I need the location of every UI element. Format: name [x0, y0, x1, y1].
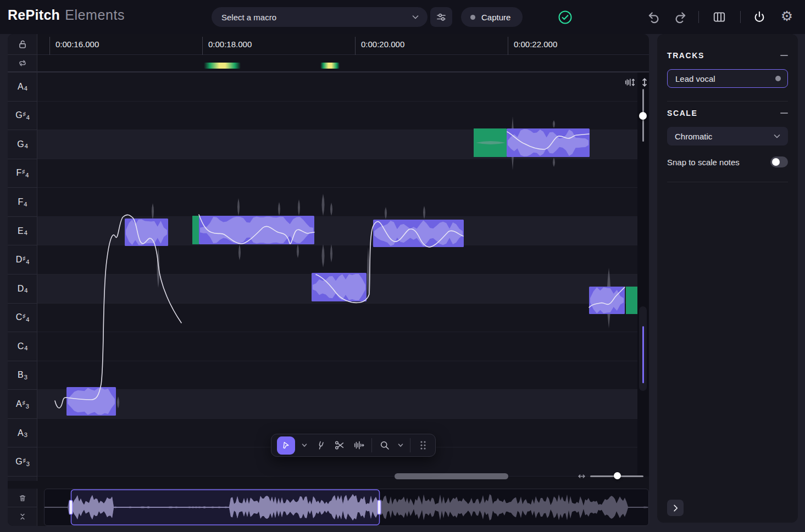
- gear-icon: ⚙: [781, 9, 793, 23]
- macro-settings-button[interactable]: [430, 7, 452, 27]
- grid-row-D4: [37, 275, 637, 304]
- scale-select-value: Chromatic: [675, 132, 773, 141]
- track-status-dot: [775, 76, 781, 81]
- collapse-vertical-icon: [17, 511, 28, 522]
- grid-row-Gs4: [37, 102, 637, 131]
- capture-dot-icon: [470, 15, 475, 20]
- collapse-scale-icon[interactable]: [780, 113, 788, 114]
- magnifier-icon: [379, 440, 391, 451]
- brand-name: RePitch: [8, 7, 60, 23]
- toolbar-divider: [698, 11, 699, 23]
- up-down-arrows-icon: [639, 76, 651, 88]
- pitch-tool-button[interactable]: [314, 439, 327, 452]
- snap-to-scale-label: Snap to scale notes: [667, 158, 740, 167]
- overview-selection[interactable]: [71, 490, 380, 525]
- app-logo: RePitchElements: [8, 7, 125, 23]
- scale-select[interactable]: Chromatic: [667, 127, 788, 145]
- undo-button[interactable]: [646, 9, 662, 25]
- waveform-arrow-icon: [353, 439, 365, 451]
- note-grid[interactable]: [37, 72, 637, 477]
- warp-tool-button[interactable]: [352, 439, 365, 452]
- note-label-D4[interactable]: D4: [8, 275, 37, 304]
- pitch-gutter: A4G♯4G4F♯4F4E4D♯4D4C♯4C4B3A♯3A3G♯3: [8, 34, 37, 481]
- track-item-lead-vocal[interactable]: Lead vocal: [667, 69, 788, 88]
- ruler-tick: [202, 37, 203, 55]
- collapse-tracks-icon[interactable]: [780, 55, 788, 56]
- note-label-A4[interactable]: A4: [8, 72, 37, 102]
- note-label-E4[interactable]: E4: [8, 217, 37, 246]
- expand-panel-button[interactable]: [667, 500, 684, 516]
- layout-columns-button[interactable]: [712, 9, 727, 25]
- chevron-down-icon: [773, 132, 781, 141]
- gutter-bottom-tools: [8, 489, 37, 526]
- note-label-G4[interactable]: G4: [8, 130, 37, 159]
- note-label-B3[interactable]: B3: [8, 361, 37, 390]
- vertical-zoom-slider-knob[interactable]: [639, 112, 647, 120]
- toolbar-drag-handle[interactable]: [417, 439, 430, 452]
- loop-button[interactable]: [8, 55, 37, 72]
- tracks-section-title: TRACKS: [667, 51, 704, 60]
- ruler-tick: [355, 37, 356, 55]
- horizontal-zoom-button[interactable]: [577, 472, 586, 481]
- vertical-scrollbar-thumb[interactable]: [642, 326, 644, 383]
- lock-button[interactable]: [8, 34, 37, 55]
- selection-handle-right[interactable]: [377, 500, 381, 514]
- grid-row-As3: [37, 390, 637, 419]
- grid-row-A4: [37, 72, 637, 102]
- waveform-scale-button[interactable]: [623, 76, 636, 89]
- note-label-Fs4[interactable]: F♯4: [8, 159, 37, 188]
- cut-tool-button[interactable]: [333, 439, 346, 452]
- toolbar-divider: [740, 11, 741, 23]
- selection-handle-left[interactable]: [69, 500, 73, 514]
- macro-select[interactable]: Select a macro: [212, 7, 428, 27]
- zoom-tool-chevron[interactable]: [397, 442, 404, 449]
- redo-button[interactable]: [673, 9, 688, 25]
- loudness-segment: [320, 63, 340, 69]
- vertical-zoom-button[interactable]: [638, 76, 651, 89]
- zoom-tool-button[interactable]: [378, 439, 391, 452]
- grid-row-G4: [37, 130, 637, 159]
- left-right-arrows-icon: [577, 472, 586, 481]
- capture-label: Capture: [481, 13, 510, 22]
- collapse-button[interactable]: [8, 507, 37, 526]
- power-button[interactable]: [752, 9, 767, 25]
- note-label-As3[interactable]: A♯3: [8, 390, 37, 419]
- sidebar-divider: [667, 101, 788, 102]
- power-icon: [752, 10, 767, 24]
- delete-button[interactable]: [8, 489, 37, 507]
- ruler-timestamp: 0:00:16.000: [55, 40, 99, 49]
- redo-icon: [673, 10, 687, 24]
- note-label-Ds4[interactable]: D♯4: [8, 245, 37, 275]
- check-circle-icon: [558, 10, 573, 25]
- scissors-icon: [334, 439, 346, 451]
- toolbar-divider: [410, 438, 410, 452]
- audio-overview[interactable]: [44, 489, 649, 526]
- waveform-vertical-icon: [624, 76, 636, 88]
- ruler-timestamp: 0:00:20.000: [361, 40, 404, 49]
- right-sidebar: TRACKS Lead vocal SCALE Chromatic Snap t…: [657, 34, 798, 523]
- note-label-Gs4[interactable]: G♯4: [8, 102, 37, 131]
- note-label-C4[interactable]: C4: [8, 332, 37, 361]
- loudness-segment: [204, 63, 241, 69]
- settings-button[interactable]: ⚙: [779, 8, 795, 24]
- select-tool-button[interactable]: [277, 436, 295, 455]
- drag-dots-icon: [419, 440, 428, 450]
- sidebar-divider: [667, 182, 788, 182]
- note-label-Cs4[interactable]: C♯4: [8, 304, 37, 333]
- macro-select-value: Select a macro: [221, 13, 411, 22]
- chevron-right-icon: [671, 504, 680, 512]
- ruler-timestamp: 0:00:22.000: [514, 40, 557, 49]
- track-name: Lead vocal: [675, 74, 775, 83]
- note-label-F4[interactable]: F4: [8, 188, 37, 217]
- note-label-A3[interactable]: A3: [8, 419, 37, 448]
- horizontal-zoom-slider-knob[interactable]: [614, 472, 621, 479]
- horizontal-scrollbar-thumb[interactable]: [395, 473, 508, 479]
- grid-row-E4: [37, 217, 637, 246]
- timeline-ruler[interactable]: 0:00:16.0000:00:18.0000:00:20.0000:00:22…: [37, 34, 649, 55]
- capture-button[interactable]: Capture: [461, 7, 523, 27]
- snap-to-scale-toggle[interactable]: [770, 156, 788, 167]
- loudness-strip: [37, 55, 649, 72]
- note-label-Gs3[interactable]: G♯3: [8, 447, 37, 477]
- select-tool-chevron[interactable]: [301, 442, 308, 449]
- capture-status-button[interactable]: [557, 9, 573, 25]
